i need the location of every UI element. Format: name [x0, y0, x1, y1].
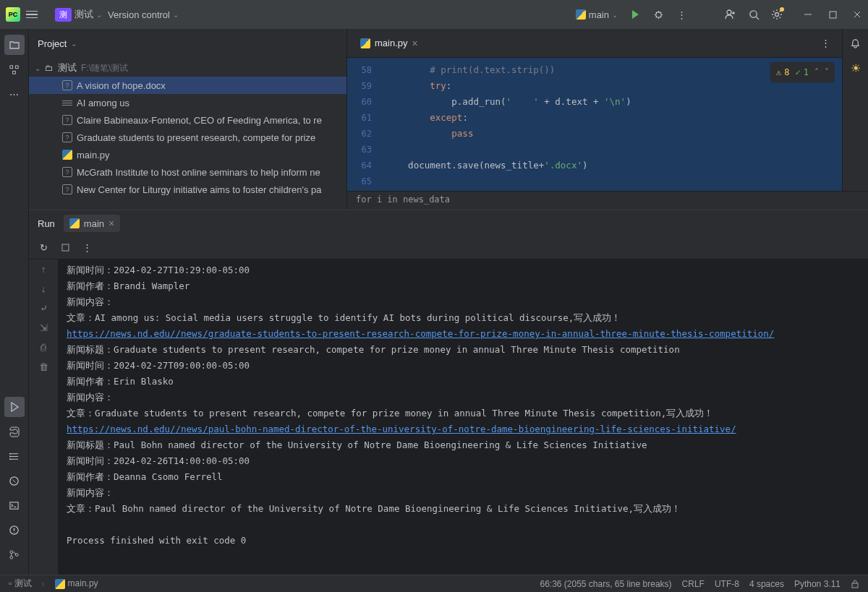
run-button[interactable]: [629, 9, 641, 20]
editor-tab-more[interactable]: ⋮: [815, 38, 836, 48]
minimize-button[interactable]: [803, 9, 813, 20]
tree-item[interactable]: ?A vision of hope.docx: [29, 77, 346, 94]
svg-point-8: [9, 452, 11, 454]
lock-icon[interactable]: [851, 580, 859, 588]
console-line: [67, 517, 859, 533]
down-arrow-icon[interactable]: ˅: [825, 64, 829, 80]
python-icon: [576, 9, 586, 20]
warning-badge[interactable]: ⚠8: [776, 64, 789, 80]
svg-point-3: [775, 13, 779, 17]
cursor-position[interactable]: 66:36 (2055 chars, 65 line breaks): [540, 579, 671, 589]
svg-rect-4: [830, 12, 836, 18]
editor-tab[interactable]: main.py ×: [353, 32, 425, 55]
inspection-badges[interactable]: ⚠8 ✓1 ˄ ˅: [770, 62, 835, 82]
tree-item-label: McGrath Institute to host online seminar…: [77, 167, 320, 178]
left-tool-rail: ⋯: [0, 29, 29, 575]
python-console-button[interactable]: [4, 421, 25, 442]
vcs-selector[interactable]: Version control ⌄: [108, 9, 179, 20]
run-panel: Run main × ↻ ⋮ ↑ ↓ ⤶ ⇲ ⎙ 🗑: [29, 210, 868, 575]
line-separator[interactable]: CRLF: [682, 579, 705, 589]
tree-item[interactable]: ?Graduate students to present research, …: [29, 129, 346, 146]
project-panel-header[interactable]: Project ⌄: [29, 29, 346, 58]
file-tree: ⌄ 🗀 测试 F:\随笔\测试 ?A vision of hope.docxAI…: [29, 58, 346, 210]
run-gutter-icons: ↑ ↓ ⤶ ⇲ ⎙ 🗑: [29, 259, 58, 575]
tree-root[interactable]: ⌄ 🗀 测试 F:\随笔\测试: [29, 59, 346, 77]
scroll-to-end-icon[interactable]: ⇲: [40, 322, 48, 333]
unknown-file-icon: ?: [62, 80, 72, 90]
terminal-tool-button[interactable]: [4, 495, 25, 515]
more-actions[interactable]: ⋮: [81, 242, 93, 254]
svg-rect-6: [15, 65, 18, 68]
tree-item[interactable]: ?New Center for Liturgy initiative aims …: [29, 181, 346, 198]
console-link[interactable]: https://news.nd.edu//news/paul-bohn-name…: [67, 421, 859, 437]
clear-icon[interactable]: 🗑: [39, 361, 48, 372]
settings-icon[interactable]: [771, 9, 783, 20]
unknown-file-icon: ?: [62, 184, 72, 194]
stop-button[interactable]: [59, 242, 71, 254]
run-config-tab[interactable]: main ×: [64, 215, 120, 232]
console-line: 新闻标题：Graduate students to present resear…: [67, 342, 859, 358]
soft-wrap-icon[interactable]: ⤶: [40, 303, 48, 314]
editor-tab-label: main.py: [375, 38, 408, 48]
tree-item[interactable]: ?Claire Babineaux-Fontenot, CEO of Feedi…: [29, 111, 346, 129]
structure-tool-button[interactable]: [4, 59, 25, 80]
services-tool-button[interactable]: [4, 446, 25, 466]
editor-body[interactable]: 5859606162636465 ⚠8 ✓1 ˄ ˅ # print(d.tex…: [347, 58, 868, 191]
chevron-down-icon: ⌄: [173, 11, 179, 19]
close-button[interactable]: [852, 9, 862, 20]
ai-assistant-icon[interactable]: ☀: [850, 62, 861, 74]
python-packages-button[interactable]: [4, 471, 25, 491]
svg-rect-7: [13, 71, 16, 74]
maximize-button[interactable]: [827, 9, 838, 20]
run-config-selector[interactable]: main ⌄: [576, 9, 618, 20]
run-panel-header: Run main ×: [29, 210, 868, 236]
more-tools-button[interactable]: ⋯: [4, 84, 25, 104]
close-icon[interactable]: ×: [109, 218, 114, 229]
search-everywhere-icon[interactable]: [748, 9, 760, 20]
vcs-label: Version control: [108, 9, 170, 20]
run-tool-button[interactable]: [4, 397, 25, 417]
code-with-me-icon[interactable]: [725, 9, 736, 20]
console-line: 新闻时间：2024-02-26T14:00:00-05:00: [67, 453, 859, 469]
tree-item[interactable]: main.py: [29, 146, 346, 163]
chevron-down-icon: ⌄: [96, 11, 102, 19]
project-tool-button[interactable]: [4, 35, 25, 55]
svg-point-10: [9, 458, 11, 460]
svg-rect-5: [10, 65, 13, 68]
ok-badge[interactable]: ✓1: [796, 64, 809, 80]
editor-context-breadcrumb[interactable]: for i in news_data: [347, 191, 868, 210]
problems-tool-button[interactable]: [4, 520, 25, 540]
svg-point-15: [10, 556, 13, 559]
project-selector[interactable]: 测 测试 ⌄: [55, 8, 102, 22]
status-bar: ▫ 测试 › main.py 66:36 (2055 chars, 65 lin…: [0, 575, 868, 592]
run-panel-title: Run: [38, 218, 55, 229]
python-icon: [360, 38, 370, 48]
notifications-icon[interactable]: [850, 38, 861, 49]
up-arrow-icon[interactable]: ˄: [814, 64, 819, 80]
svg-point-9: [9, 455, 11, 457]
breadcrumb-file[interactable]: main.py: [55, 578, 98, 589]
console-link[interactable]: https://news.nd.edu//news/graduate-stude…: [67, 326, 859, 342]
close-icon[interactable]: ×: [412, 38, 418, 49]
debug-button[interactable]: [652, 9, 664, 20]
project-panel: Project ⌄ ⌄ 🗀 测试 F:\随笔\测试 ?A vision of h…: [29, 29, 347, 210]
tree-item[interactable]: ?McGrath Institute to host online semina…: [29, 163, 346, 181]
up-arrow-icon[interactable]: ↑: [41, 264, 46, 275]
more-run-actions[interactable]: ⋮: [676, 9, 687, 20]
console-line: 新闻时间：2024-02-27T09:00:00-05:00: [67, 358, 859, 374]
interpreter[interactable]: Python 3.11: [794, 579, 841, 589]
unknown-file-icon: ?: [62, 115, 72, 125]
print-icon[interactable]: ⎙: [41, 342, 46, 353]
console-output[interactable]: 新闻时间：2024-02-27T10:29:00-05:00新闻作者：Brand…: [58, 259, 868, 575]
svg-point-1: [727, 10, 731, 14]
tree-item[interactable]: AI among us: [29, 94, 346, 111]
rerun-button[interactable]: ↻: [38, 242, 49, 254]
vcs-tool-button[interactable]: [4, 544, 25, 565]
file-encoding[interactable]: UTF-8: [715, 579, 739, 589]
breadcrumb-project[interactable]: ▫ 测试: [9, 578, 32, 590]
code-area[interactable]: ⚠8 ✓1 ˄ ˅ # print(d.text.strip()) try: p…: [378, 58, 842, 191]
svg-point-16: [15, 553, 18, 556]
main-menu-button[interactable]: [26, 11, 38, 19]
down-arrow-icon[interactable]: ↓: [41, 283, 46, 294]
text-file-icon: [62, 100, 72, 106]
